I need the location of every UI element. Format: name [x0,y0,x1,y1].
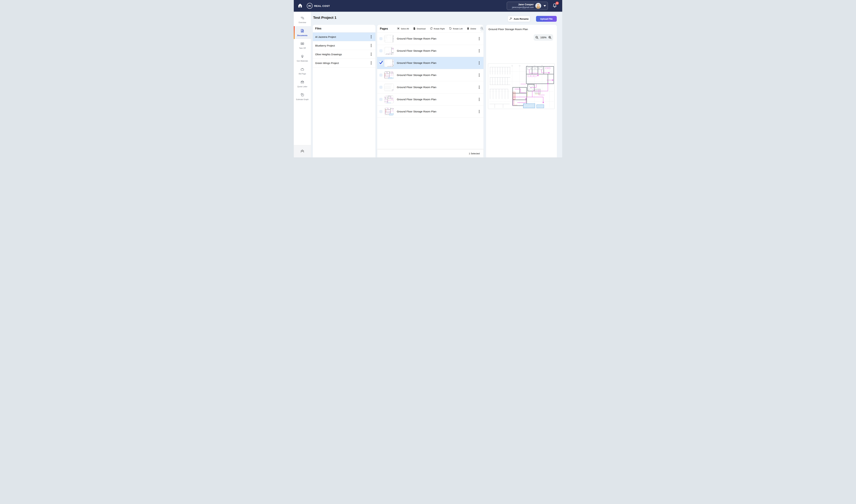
page-row[interactable]: Ground Floor Storage Room Plan [377,81,484,93]
file-row-blueberry[interactable]: Blueberry Project [313,41,375,50]
file-name: Blueberry Project [315,44,369,47]
sidebar-collapse-button[interactable] [294,145,311,157]
file-row-green-wings[interactable]: Green Wings Project [313,59,375,67]
rotate-right-icon [430,27,433,31]
page-row[interactable]: Ground Floor Storage Room Plan [377,45,484,57]
zoom-in-button[interactable] [548,36,552,39]
brand-name: REAL COST [314,4,330,7]
download-icon [413,27,416,31]
pages-footer: 1 Selected [377,149,484,157]
page-checkbox[interactable] [379,86,382,89]
document-icon [300,29,304,34]
delete-button[interactable]: Delete [467,27,476,31]
sidebar-item-label: Gen Materials [297,60,308,62]
preview-panel: Ground Floor Storage Room Plan 100% [486,25,557,157]
sidebar-item-gen-materials[interactable]: Gen Materials [294,52,311,65]
card-lines-icon [300,41,304,47]
page-title-text: Ground Floor Storage Room Plan [397,86,477,89]
page-thumbnail [384,35,394,42]
page-checkbox[interactable] [379,37,382,40]
sidebar: Overview Documents Take [294,12,311,157]
sidebar-item-bid-page[interactable]: Bid Page [294,65,311,77]
page-checkbox[interactable] [379,98,382,101]
rotate-left-button[interactable]: Rotate Left [449,27,462,31]
home-icon [298,3,302,8]
search-button[interactable] [480,26,484,32]
top-bar: RC REAL COST Jane Cooper janecooper@gmai… [294,0,562,12]
home-button[interactable] [297,3,303,9]
floor-plan-preview[interactable] [488,64,555,109]
rc-logo-icon: RC [307,3,313,9]
notifications-button[interactable]: 12 [552,3,557,9]
select-all-icon [397,27,400,30]
page-title-text: Ground Floor Storage Room Plan [397,98,477,101]
file-row-olive-heights[interactable]: Olive Heights Drawings [313,50,375,59]
more-options-icon[interactable] [477,85,481,89]
zoom-out-button[interactable] [535,36,539,39]
more-options-icon[interactable] [369,61,373,65]
file-name: Green Wings Project [315,61,369,65]
page-thumbnail [384,108,394,115]
zoom-controls: 100% [534,34,553,41]
more-options-icon[interactable] [477,49,481,53]
sidebar-item-take-off[interactable]: Take Off [294,39,311,52]
notification-badge: 12 [556,2,559,5]
page-checkbox[interactable] [379,49,382,52]
files-panel-title: Files [313,25,375,33]
rotate-left-icon [449,27,452,31]
more-options-icon[interactable] [477,109,481,114]
page-thumbnail [384,96,394,103]
select-all-button[interactable]: Select All [397,27,409,30]
search-icon [480,27,484,31]
file-name: Olive Heights Drawings [315,53,369,56]
sidebar-item-label: Overview [299,21,306,24]
sidebar-item-documents[interactable]: Documents [294,26,311,39]
file-name: Al Jazeera Project [315,35,369,38]
auto-rename-button[interactable]: Auto Rename [508,16,530,22]
page-checkbox[interactable] [379,74,382,77]
sidebar-item-label: Documents [297,34,308,36]
rotate-right-button[interactable]: Rotate Right [430,27,445,31]
page-row[interactable]: Ground Floor Storage Room Plan [377,93,484,106]
upload-file-button[interactable]: Upload FIle [536,16,557,22]
envelope-icon [300,80,304,85]
brand-logo[interactable]: RC REAL COST [307,3,330,9]
select-all-label: Select All [401,28,409,30]
user-info: Jane Cooper janecooper@gmail.com [509,3,534,9]
sidebar-item-label: Quote Letter [297,86,307,88]
avatar [535,3,541,9]
sidebar-item-quote-letter[interactable]: Quote Letter [294,77,311,90]
pages-toolbar: Pages Select All Download Rotate Right [377,25,484,33]
sidebar-item-estimate-graph[interactable]: Estimate Graph [294,90,311,103]
more-options-icon[interactable] [477,36,481,41]
page-row[interactable]: Ground Floor Storage Room Plan [377,57,484,69]
chevron-down-icon [544,5,546,7]
trash-icon [467,27,469,31]
download-button[interactable]: Download [413,27,425,31]
page-title-text: Ground Floor Storage Room Plan [397,110,477,113]
more-options-icon[interactable] [477,73,481,77]
pie-chart-icon [300,93,304,98]
page-checkbox[interactable] [379,61,382,65]
page-row[interactable]: Ground Floor Storage Room Plan [377,106,484,118]
page-checkbox[interactable] [379,110,382,113]
more-options-icon[interactable] [369,35,373,39]
page-title-text: Ground Floor Storage Room Plan [397,74,477,77]
more-options-icon[interactable] [369,43,373,48]
more-options-icon[interactable] [369,52,373,56]
sidebar-item-overview[interactable]: Overview [294,13,311,26]
double-chevron-up-icon [300,149,305,154]
page-row[interactable]: Ground Floor Storage Room Plan [377,69,484,81]
rotate-right-label: Rotate Right [434,28,445,30]
page-title-text: Ground Floor Storage Room Plan [397,37,477,40]
more-options-icon[interactable] [477,97,481,102]
page-row[interactable]: Ground Floor Storage Room Plan [377,33,484,45]
delete-label: Delete [470,28,476,30]
file-row-al-jazeera[interactable]: Al Jazeera Project [313,33,375,41]
user-menu[interactable]: Jane Cooper janecooper@gmail.com [507,2,548,10]
user-email: janecooper@gmail.com [509,6,534,9]
sidebar-item-label: Bid Page [299,73,306,75]
more-options-icon[interactable] [477,61,481,65]
download-label: Download [417,28,425,30]
page-title-text: Ground Floor Storage Room Plan [397,61,477,65]
